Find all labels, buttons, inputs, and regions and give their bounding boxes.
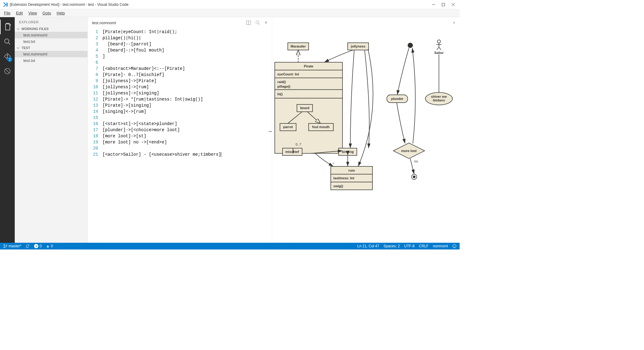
code-line[interactable]: 4 [beard]-:>[foul mouth]	[88, 47, 272, 53]
code-line[interactable]: 3 [beard]--[parrot]	[88, 41, 272, 47]
editor-tab[interactable]: test.nomnoml	[92, 21, 116, 25]
menu-file[interactable]: File	[1, 10, 13, 16]
search-icon	[3, 38, 11, 46]
line-number: 5	[88, 53, 102, 59]
code-line[interactable]: 19[more loot] no ->[<end>e]	[88, 139, 272, 145]
working-files-header[interactable]: WORKING FILES	[15, 26, 87, 32]
code-line[interactable]: 2pillage()|hi()|	[88, 35, 272, 41]
activity-search[interactable]	[0, 34, 15, 49]
svg-text:plunder: plunder	[391, 97, 403, 101]
maximize-button[interactable]	[441, 2, 445, 7]
line-number: 10	[88, 84, 102, 90]
code-line[interactable]: 9[jollyness]->[Pirate]	[88, 78, 272, 84]
activity-bar: 2	[0, 17, 15, 243]
line-number: 12	[88, 96, 102, 102]
status-feedback[interactable]	[452, 244, 457, 248]
editor: test.nomnoml × 1[Pirate|eyeCount: Int|ra…	[88, 17, 272, 243]
code-line[interactable]: 17[plunder]->[<choice>more loot]	[88, 127, 272, 133]
menubar: File Edit View Goto Help	[0, 9, 460, 17]
menu-view[interactable]: View	[25, 10, 40, 16]
svg-text:jollyness: jollyness	[350, 44, 365, 48]
folder-header[interactable]: TEST	[15, 45, 87, 51]
folder-file[interactable]: test.nomnoml	[15, 51, 87, 57]
code-line[interactable]: 20	[88, 145, 272, 151]
svg-text:0..7: 0..7	[295, 143, 301, 146]
activity-git[interactable]: 2	[0, 49, 15, 64]
code-line[interactable]: 5]	[88, 53, 272, 59]
code-line[interactable]: 21[<actor>Sailor] - [<usecase>shiver me;…	[88, 151, 272, 158]
code-line[interactable]: 16[<start>st]->[<state>plunder]	[88, 121, 272, 127]
svg-line-10	[6, 69, 9, 73]
preview-icon[interactable]	[255, 20, 260, 25]
svg-point-78	[453, 244, 456, 248]
code-line[interactable]: 14[singing]<->[rum]	[88, 108, 272, 115]
files-icon	[4, 23, 12, 31]
line-number: 17	[88, 127, 102, 133]
code-text: [jollyness]->[Pirate]	[102, 78, 156, 84]
svg-point-76	[4, 247, 5, 248]
activity-explorer[interactable]	[0, 20, 15, 34]
svg-text:shiver me: shiver me	[431, 95, 447, 98]
minimize-button[interactable]	[431, 2, 436, 7]
svg-point-13	[256, 21, 259, 24]
line-number: 13	[88, 102, 102, 108]
menu-help[interactable]: Help	[54, 10, 68, 16]
split-editor-icon[interactable]	[246, 20, 251, 25]
code-line[interactable]: 18[more loot]->[st]	[88, 133, 272, 139]
svg-text:foul mouth: foul mouth	[312, 125, 330, 129]
svg-text:singing: singing	[341, 150, 353, 154]
line-number: 19	[88, 139, 102, 145]
code-line[interactable]: 13[Pirate]->[singing]	[88, 102, 272, 108]
window-title: [Extension Development Host] - test.nomn…	[10, 2, 431, 7]
status-encoding[interactable]: UTF-8	[404, 244, 415, 248]
code-line[interactable]: 7[<abstract>Marauder]<:--[Pirate]	[88, 66, 272, 72]
menu-edit[interactable]: Edit	[13, 10, 25, 16]
code-text: [singing]<->[rum]	[102, 108, 146, 115]
code-text: [Pirate|eyeCount: Int|raid();	[102, 29, 177, 35]
menu-goto[interactable]: Goto	[40, 10, 54, 16]
status-language[interactable]: nomnoml	[433, 244, 448, 248]
working-file[interactable]: test.nomnoml	[15, 32, 87, 38]
line-number: 16	[88, 121, 102, 127]
code-line[interactable]: 11[jollyness]->[singing]	[88, 90, 272, 96]
status-warnings[interactable]: ▲0	[46, 244, 53, 248]
status-spaces[interactable]: Spaces: 2	[384, 244, 400, 248]
overview-ruler[interactable]	[268, 28, 272, 243]
close-tab-icon[interactable]: ×	[264, 20, 267, 25]
status-sync[interactable]	[25, 244, 30, 248]
line-number: 21	[88, 151, 102, 158]
code-text: [Pirate]-> *[rum|tastiness: Int|swig()]	[102, 96, 203, 102]
close-preview-icon[interactable]: ×	[453, 20, 455, 25]
code-text: [more loot] no ->[<end>e]	[102, 139, 167, 145]
svg-line-14	[259, 24, 260, 25]
code-line[interactable]: 10[jollyness]->[rum]	[88, 84, 272, 90]
status-bar: master* ×0 ▲0 Ln 21, Col 47 Spaces: 2 UT…	[0, 243, 460, 249]
status-errors[interactable]: ×0	[34, 244, 42, 248]
status-eol[interactable]: CRLF	[419, 244, 428, 248]
code-line[interactable]: 12[Pirate]-> *[rum|tastiness: Int|swig()…	[88, 96, 272, 102]
svg-text:mischief: mischief	[285, 150, 299, 154]
code-line[interactable]: 15	[88, 115, 272, 121]
code-area[interactable]: 1[Pirate|eyeCount: Int|raid();2pillage()…	[88, 28, 272, 243]
code-line[interactable]: 1[Pirate|eyeCount: Int|raid();	[88, 29, 272, 35]
activity-debug[interactable]	[0, 64, 15, 78]
code-line[interactable]: 6	[88, 59, 272, 66]
preview-panel: × Marauder jollyness Pirate eyeCount: In…	[272, 17, 460, 243]
line-number: 18	[88, 133, 102, 139]
line-number: 7	[88, 66, 102, 72]
close-button[interactable]	[451, 2, 455, 7]
code-line[interactable]: 8[Pirate]- 0..7[mischief]	[88, 72, 272, 78]
window-controls	[431, 2, 457, 7]
status-ln-col[interactable]: Ln 21, Col 47	[357, 244, 379, 248]
line-number: 15	[88, 115, 102, 121]
svg-text:no: no	[414, 159, 418, 163]
sync-icon	[25, 244, 30, 248]
line-number: 4	[88, 47, 102, 53]
line-number: 2	[88, 35, 102, 41]
svg-line-69	[439, 47, 441, 50]
working-file[interactable]: test.txt	[15, 38, 87, 45]
line-number: 6	[88, 59, 102, 66]
status-git-branch[interactable]: master*	[3, 244, 21, 248]
folder-file[interactable]: test.txt	[15, 57, 87, 64]
editor-tab-row: test.nomnoml ×	[88, 17, 272, 28]
